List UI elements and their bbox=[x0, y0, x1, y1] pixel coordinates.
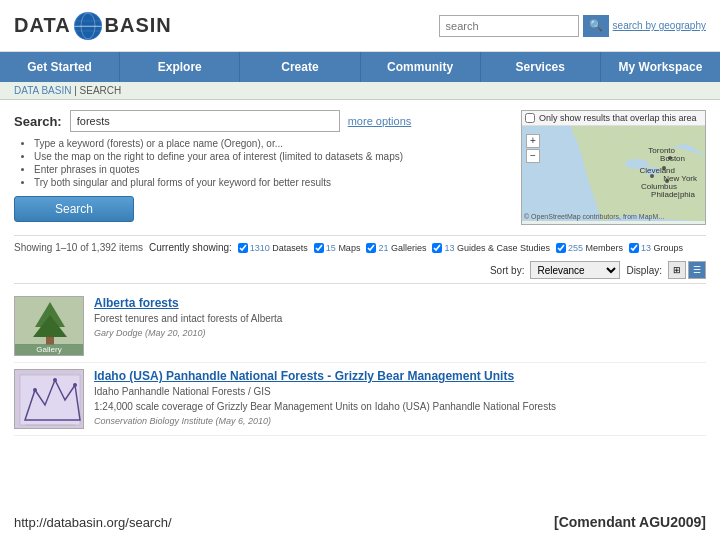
map-credit: © OpenStreetMap contributors, from MapM.… bbox=[524, 213, 664, 220]
top-bar: DATA BASIN 🔍 search by geography bbox=[0, 0, 720, 52]
footer-credit: [Comendant AGU2009] bbox=[554, 514, 706, 530]
result-meta-2: Conservation Biology Institute (May 6, 2… bbox=[94, 416, 706, 426]
currently-showing-label: Currently showing: bbox=[149, 242, 232, 253]
search-row: Search: more options bbox=[14, 110, 511, 132]
top-search-button[interactable]: 🔍 bbox=[583, 15, 609, 37]
result-thumb-1-label: Gallery bbox=[15, 344, 83, 355]
filter-members-checkbox[interactable] bbox=[556, 243, 566, 253]
filter-datasets-checkbox[interactable] bbox=[238, 243, 248, 253]
map-overlap-label: Only show results that overlap this area bbox=[539, 113, 697, 123]
map-image: Toronto Boston Cleveland New York Columb… bbox=[522, 126, 705, 221]
search-tip-2: Use the map on the right to define your … bbox=[34, 151, 511, 162]
search-section: Search: more options Type a keyword (for… bbox=[14, 110, 706, 225]
search-button[interactable]: Search bbox=[14, 196, 134, 222]
showing-text: Showing 1–10 of 1,392 items bbox=[14, 242, 143, 253]
breadcrumb: DATA BASIN | SEARCH bbox=[0, 82, 720, 100]
footer-area: http://databasin.org/search/ [Comendant … bbox=[14, 514, 706, 530]
sort-label: Sort by: bbox=[490, 265, 524, 276]
search-tip-4: Try both singular and plural forms of yo… bbox=[34, 177, 511, 188]
result-item-1: Gallery Alberta forests Forest tenures a… bbox=[14, 290, 706, 363]
filter-galleries-label: 21 Galleries bbox=[378, 243, 426, 253]
results-bar: Showing 1–10 of 1,392 items Currently sh… bbox=[14, 235, 706, 257]
search-input[interactable] bbox=[70, 110, 340, 132]
filter-members-label: 255 Members bbox=[568, 243, 623, 253]
filter-maps-label: 15 Maps bbox=[326, 243, 361, 253]
map-zoom-out-button[interactable]: − bbox=[526, 149, 540, 163]
svg-point-19 bbox=[33, 388, 37, 392]
nav-bar: Get Started Explore Create Community Ser… bbox=[0, 52, 720, 82]
top-search-input[interactable] bbox=[439, 15, 579, 37]
nav-item-services[interactable]: Services bbox=[481, 52, 601, 82]
map-area: Only show results that overlap this area bbox=[521, 110, 706, 225]
result-thumb-2 bbox=[14, 369, 84, 429]
top-search-bar: 🔍 search by geography bbox=[439, 15, 706, 37]
logo-data-text: DATA bbox=[14, 14, 71, 37]
display-list-button[interactable]: ☰ bbox=[688, 261, 706, 279]
result-title-2[interactable]: Idaho (USA) Panhandle National Forests -… bbox=[94, 369, 706, 383]
display-grid-button[interactable]: ⊞ bbox=[668, 261, 686, 279]
filter-datasets-label: 1310 Datasets bbox=[250, 243, 308, 253]
result-thumb-1: Gallery bbox=[14, 296, 84, 356]
filter-members: 255 Members bbox=[556, 243, 623, 253]
main-content: Search: more options Type a keyword (for… bbox=[0, 100, 720, 446]
nav-item-community[interactable]: Community bbox=[361, 52, 481, 82]
filter-guides-label: 13 Guides & Case Studies bbox=[444, 243, 550, 253]
display-buttons: ⊞ ☰ bbox=[668, 261, 706, 279]
filter-groups-label: 13 Groups bbox=[641, 243, 683, 253]
map-zoom-in-button[interactable]: + bbox=[526, 134, 540, 148]
search-tips: Type a keyword (forests) or a place name… bbox=[14, 138, 511, 188]
sort-row: Sort by: Relevance Date Title Display: ⊞… bbox=[14, 257, 706, 284]
result-desc-2: Idaho Panhandle National Forests / GIS bbox=[94, 386, 706, 397]
svg-rect-17 bbox=[20, 375, 80, 425]
map-zoom-controls: + − bbox=[526, 134, 540, 163]
footer-url: http://databasin.org/search/ bbox=[14, 515, 172, 530]
display-label: Display: bbox=[626, 265, 662, 276]
filter-guides: 13 Guides & Case Studies bbox=[432, 243, 550, 253]
filter-groups: 13 Groups bbox=[629, 243, 683, 253]
breadcrumb-home[interactable]: DATA BASIN bbox=[14, 85, 71, 96]
svg-point-21 bbox=[73, 383, 77, 387]
result-info-2: Idaho (USA) Panhandle National Forests -… bbox=[94, 369, 706, 429]
map-overlap-row: Only show results that overlap this area bbox=[522, 111, 705, 126]
result-detail-2: 1:24,000 scale coverage of Grizzly Bear … bbox=[94, 401, 706, 412]
logo-basin-text: BASIN bbox=[105, 14, 172, 37]
search-tip-3: Enter phrases in quotes bbox=[34, 164, 511, 175]
logo: DATA BASIN bbox=[14, 12, 172, 40]
map-overlap-checkbox[interactable] bbox=[525, 113, 535, 123]
svg-point-20 bbox=[53, 378, 57, 382]
nav-item-explore[interactable]: Explore bbox=[120, 52, 240, 82]
result-title-1[interactable]: Alberta forests bbox=[94, 296, 706, 310]
search-label: Search: bbox=[14, 114, 62, 129]
filter-datasets: 1310 Datasets bbox=[238, 243, 308, 253]
nav-item-create[interactable]: Create bbox=[240, 52, 360, 82]
more-options-link[interactable]: more options bbox=[348, 115, 412, 127]
map-city-philadelphia: Philade|phia bbox=[651, 190, 695, 199]
filter-maps: 15 Maps bbox=[314, 243, 361, 253]
search-form: Search: more options Type a keyword (for… bbox=[14, 110, 511, 225]
search-tip-1: Type a keyword (forests) or a place name… bbox=[34, 138, 511, 149]
result-info-1: Alberta forests Forest tenures and intac… bbox=[94, 296, 706, 356]
result-meta-1: Gary Dodge (May 20, 2010) bbox=[94, 328, 706, 338]
sort-select[interactable]: Relevance Date Title bbox=[530, 261, 620, 279]
filter-groups-checkbox[interactable] bbox=[629, 243, 639, 253]
search-by-geo-link[interactable]: search by geography bbox=[613, 20, 706, 31]
filter-maps-checkbox[interactable] bbox=[314, 243, 324, 253]
breadcrumb-current: SEARCH bbox=[80, 85, 122, 96]
map-area-container: Only show results that overlap this area bbox=[521, 110, 706, 225]
filter-galleries: 21 Galleries bbox=[366, 243, 426, 253]
logo-globe-icon bbox=[74, 12, 102, 40]
logo-area: DATA BASIN bbox=[14, 12, 172, 40]
filter-galleries-checkbox[interactable] bbox=[366, 243, 376, 253]
map-city-boston: Boston bbox=[660, 154, 685, 163]
result-item-2: Idaho (USA) Panhandle National Forests -… bbox=[14, 363, 706, 436]
filter-guides-checkbox[interactable] bbox=[432, 243, 442, 253]
nav-item-get-started[interactable]: Get Started bbox=[0, 52, 120, 82]
result-desc-1: Forest tenures and intact forests of Alb… bbox=[94, 313, 706, 324]
svg-point-0 bbox=[75, 13, 101, 39]
nav-item-workspace[interactable]: My Workspace bbox=[601, 52, 720, 82]
